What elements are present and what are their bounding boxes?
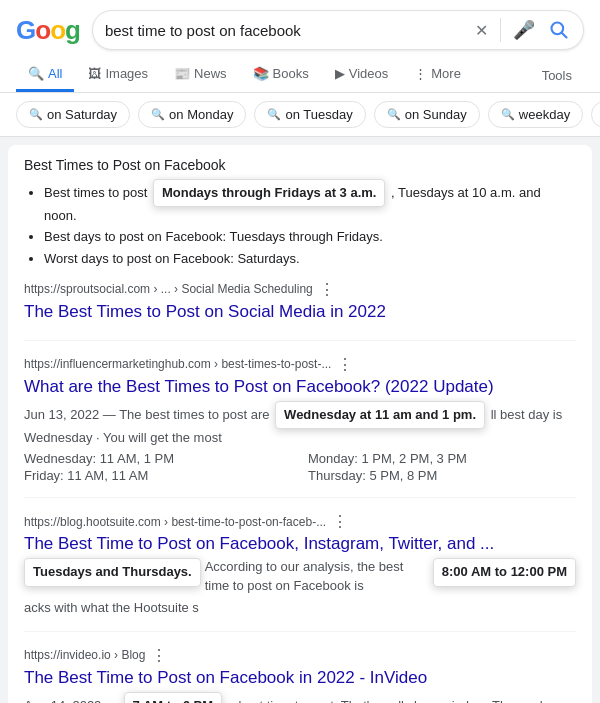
result-influencer: https://influencermarketinghub.com › bes… [24,355,576,498]
result-url-invideo: https://invideo.io › Blog ⋮ [24,646,576,665]
hootsuite-snippet-text: According to our analysis, the best time… [205,558,429,594]
chip-fridays[interactable]: 🔍 on fridays [591,101,600,128]
tooltip-8am-12pm: 8:00 AM to 12:00 PM [433,558,576,586]
tooltip-tuesdays-thursdays: Tuesdays and Thursdays. [24,558,201,586]
divider [500,18,501,42]
featured-bullets: Best times to post Mondays through Frida… [24,179,576,268]
search-box[interactable]: ✕ 🎤 [92,10,584,50]
result-snippet-hootsuite: Tuesdays and Thursdays. According to our… [24,558,576,617]
meta-mon: Monday: 1 PM, 2 PM, 3 PM [308,451,576,466]
url-text-3: https://blog.hootsuite.com › best-time-t… [24,515,326,529]
bullet-1: Best times to post Mondays through Frida… [44,179,576,225]
featured-snippet: Best Times to Post on Facebook Best time… [24,157,576,268]
result-invideo: https://invideo.io › Blog ⋮ The Best Tim… [24,646,576,703]
chip-weekday-label: weekday [519,107,570,122]
svg-line-1 [562,33,567,38]
date-4: Aug 14, 2022 [24,698,101,703]
date-2: Jun 13, 2022 [24,406,99,421]
more-options-2[interactable]: ⋮ [337,355,353,374]
result-hootsuite: https://blog.hootsuite.com › best-time-t… [24,512,576,632]
meta-fri: Friday: 11 AM, 11 AM [24,468,292,483]
chip-saturday-label: on Saturday [47,107,117,122]
google-logo: Goog [16,15,80,46]
more-options-3[interactable]: ⋮ [332,512,348,531]
chip-monday[interactable]: 🔍 on Monday [138,101,246,128]
chip-tuesday[interactable]: 🔍 on Tuesday [254,101,365,128]
search-input[interactable] [105,22,473,39]
featured-title: Best Times to Post on Facebook [24,157,576,173]
url-text-2: https://influencermarketinghub.com › bes… [24,357,331,371]
chip-sunday[interactable]: 🔍 on Sunday [374,101,480,128]
chip-monday-label: on Monday [169,107,233,122]
tab-videos-label: Videos [349,66,389,81]
chip-sunday-label: on Sunday [405,107,467,122]
result-title-influencer[interactable]: What are the Best Times to Post on Faceb… [24,376,576,398]
more-options-4[interactable]: ⋮ [151,646,167,665]
tab-all[interactable]: 🔍 All [16,58,74,92]
voice-search-button[interactable]: 🎤 [511,17,537,43]
chip-search-icon: 🔍 [29,108,43,121]
tab-more-label: More [431,66,461,81]
chip-search-icon-3: 🔍 [267,108,281,121]
tab-more[interactable]: ⋮ More [402,58,473,92]
bullet-3: Worst days to post on Facebook: Saturday… [44,250,576,268]
videos-icon: ▶ [335,66,345,81]
header: Goog ✕ 🎤 🔍 [0,0,600,137]
tab-images[interactable]: 🖼 Images [76,58,160,92]
result-title-invideo[interactable]: The Best Time to Post on Facebook in 202… [24,667,576,689]
chip-search-icon-5: 🔍 [501,108,515,121]
result-url-sproutsocial: https://sproutsocial.com › ... › Social … [24,280,576,299]
books-icon: 📚 [253,66,269,81]
url-text-1: https://sproutsocial.com › ... › Social … [24,282,313,296]
chip-search-icon-2: 🔍 [151,108,165,121]
all-icon: 🔍 [28,66,44,81]
result-title-hootsuite[interactable]: The Best Time to Post on Facebook, Insta… [24,533,576,555]
tools-tab[interactable]: Tools [530,60,584,91]
result-url-influencer: https://influencermarketinghub.com › bes… [24,355,576,374]
chip-tuesday-label: on Tuesday [285,107,352,122]
tab-books-label: Books [273,66,309,81]
nav-tabs: 🔍 All 🖼 Images 📰 News 📚 Books ▶ Videos ⋮ [16,58,584,92]
news-icon: 📰 [174,66,190,81]
tooltip-mondays: Mondays through Fridays at 3 a.m. [153,179,386,207]
meta-wed: Wednesday: 11 AM, 1 PM [24,451,292,466]
result-snippet-invideo: Aug 14, 2022 — 7 AM to 6 PM e best time … [24,692,576,703]
result-title-sproutsocial[interactable]: The Best Times to Post on Social Media i… [24,301,576,323]
tab-all-label: All [48,66,62,81]
bullet-2: Best days to post on Facebook: Tuesdays … [44,228,576,246]
result-sproutsocial: https://sproutsocial.com › ... › Social … [24,280,576,341]
more-options-1[interactable]: ⋮ [319,280,335,299]
tab-books[interactable]: 📚 Books [241,58,321,92]
result-url-hootsuite: https://blog.hootsuite.com › best-time-t… [24,512,576,531]
chips-row: 🔍 on Saturday 🔍 on Monday 🔍 on Tuesday 🔍… [0,93,600,137]
chip-search-icon-4: 🔍 [387,108,401,121]
hootsuite-snippet-suffix: acks with what the Hootsuite s [24,599,199,617]
more-icon: ⋮ [414,66,427,81]
url-text-4: https://invideo.io › Blog [24,648,145,662]
result-snippet-influencer: Jun 13, 2022 — The best times to post ar… [24,401,576,447]
chip-weekday[interactable]: 🔍 weekday [488,101,583,128]
images-icon: 🖼 [88,66,101,81]
tab-news[interactable]: 📰 News [162,58,239,92]
chip-saturday[interactable]: 🔍 on Saturday [16,101,130,128]
meta-thu: Thursday: 5 PM, 8 PM [308,468,576,483]
main-results: Best Times to Post on Facebook Best time… [8,145,592,703]
tab-images-label: Images [105,66,148,81]
tooltip-wednesday: Wednesday at 11 am and 1 pm. [275,401,485,429]
tab-videos[interactable]: ▶ Videos [323,58,401,92]
result-meta-influencer: Wednesday: 11 AM, 1 PM Monday: 1 PM, 2 P… [24,451,576,483]
search-submit-button[interactable] [547,18,571,42]
tab-news-label: News [194,66,227,81]
clear-button[interactable]: ✕ [473,19,490,42]
tooltip-7am-6pm: 7 AM to 6 PM [124,692,222,703]
